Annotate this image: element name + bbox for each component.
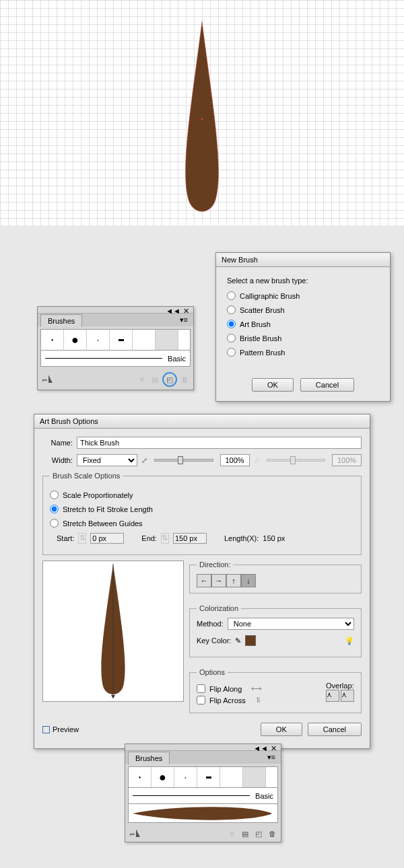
radio-scatter[interactable]: Scatter Brush (227, 305, 379, 314)
brushes-panel-result: ◄◄✕ Brushes▾≡ ● ● ● Basic ⫭◣ ✕ ▤ ◰ 🗑 (125, 744, 281, 842)
width-select[interactable]: Fixed (77, 454, 137, 466)
radio-stretch-fit[interactable]: Stretch to Fit Stroke Length (50, 505, 354, 513)
radio-art[interactable]: Art Brush (227, 320, 379, 328)
flip-icon: ⤢ (141, 456, 147, 465)
ok-button[interactable]: OK (261, 723, 302, 736)
prompt-text: Select a new brush type: (227, 277, 379, 285)
panel-controls: ◄◄✕ (38, 307, 193, 314)
name-input[interactable] (77, 437, 362, 449)
name-label: Name: (42, 439, 73, 447)
close-icon[interactable]: ✕ (183, 307, 189, 315)
dir-down[interactable]: ↓ (241, 574, 256, 587)
remove-stroke-icon[interactable]: ✕ (226, 828, 238, 839)
brush-swatches[interactable]: ● ● ● (128, 766, 278, 788)
close-icon[interactable]: ✕ (271, 744, 277, 752)
eyedropper-icon[interactable]: ✎ (235, 637, 241, 645)
pct-2 (332, 454, 362, 466)
library-icon[interactable]: ⫭◣ (40, 374, 53, 385)
direction-group: Direction: ← → ↑ ↓ (189, 560, 362, 593)
menu-icon[interactable]: ▾≡ (263, 751, 279, 764)
pct-1[interactable] (220, 454, 250, 466)
new-brush-icon[interactable]: ◰ (252, 828, 265, 839)
new-brush-icon[interactable]: ◰ (162, 372, 177, 387)
end-input (173, 533, 207, 544)
ok-button[interactable]: OK (252, 378, 294, 392)
menu-icon[interactable]: ▾≡ (176, 314, 192, 326)
dir-left[interactable]: ← (197, 574, 211, 587)
flip-across[interactable]: Flip Across⥮ (197, 696, 326, 704)
start-input (90, 533, 124, 544)
overlap-2[interactable]: ⋏ (341, 690, 354, 702)
width-label: Width: (42, 456, 73, 464)
width-slider-1[interactable] (154, 459, 213, 462)
radio-stretch-guides[interactable]: Stretch Between Guides (50, 519, 354, 528)
leaf-shape[interactable] (178, 22, 226, 217)
colorization-group: Colorization Method: None Key Color: ✎ 💡 (189, 604, 362, 657)
brush-preview (42, 560, 184, 702)
canvas-grid[interactable] (0, 0, 404, 225)
brushes-tab[interactable]: Brushes (40, 314, 82, 327)
basic-brush-row[interactable]: Basic (40, 351, 191, 367)
basic-brush-row[interactable]: Basic (128, 788, 278, 804)
art-brush-dialog: Art Brush Options Name: Width: Fixed ⤢ ⤢… (34, 414, 370, 749)
collapse-icon[interactable]: ◄◄ (253, 744, 268, 752)
cancel-button[interactable]: Cancel (308, 723, 362, 736)
flip-along[interactable]: Flip Along⟷ (197, 684, 326, 693)
radio-pattern[interactable]: Pattern Brush (227, 348, 379, 357)
dir-right[interactable]: → (211, 574, 226, 587)
dialog-title: New Brush (216, 253, 390, 267)
svg-point-0 (201, 118, 203, 120)
trash-icon[interactable]: 🗑 (266, 828, 278, 839)
radio-calligraphic[interactable]: Calligraphic Brush (227, 291, 379, 300)
thick-brush-row[interactable] (128, 804, 278, 823)
tip-icon[interactable]: 💡 (345, 637, 354, 645)
collapse-icon[interactable]: ◄◄ (166, 307, 180, 315)
dir-up[interactable]: ↑ (226, 574, 241, 587)
radio-proportional[interactable]: Scale Proportionately (50, 491, 354, 499)
panel-controls: ◄◄✕ (125, 744, 281, 751)
brushes-tab[interactable]: Brushes (128, 752, 170, 764)
library-icon[interactable]: ⫭◣ (128, 828, 140, 839)
radio-bristle[interactable]: Bristle Brush (227, 334, 379, 342)
options-group: Options Flip Along⟷ Flip Across⥮ Overlap… (189, 668, 362, 713)
options-icon[interactable]: ▤ (239, 828, 251, 839)
flip-icon: ⤢ (254, 456, 260, 465)
preview-checkbox[interactable]: Preview (42, 725, 79, 733)
new-brush-dialog: New Brush Select a new brush type: Calli… (215, 252, 391, 402)
key-color-swatch[interactable] (245, 635, 256, 646)
trash-icon[interactable]: 🗑 (178, 374, 191, 385)
width-slider-2 (267, 459, 326, 462)
options-icon[interactable]: ▤ (149, 374, 161, 385)
remove-stroke-icon[interactable]: ✕ (135, 374, 147, 385)
method-select[interactable]: None (228, 618, 354, 630)
dialog-title: Art Brush Options (34, 414, 370, 429)
overlap-1[interactable]: ⋏ (326, 690, 339, 702)
cancel-button[interactable]: Cancel (300, 378, 354, 392)
scale-options: Brush Scale Options Scale Proportionatel… (42, 472, 362, 555)
brushes-panel: ◄◄✕ Brushes▾≡ ● ● ● Basic ⫭◣ ✕ ▤ ◰ 🗑 (37, 306, 194, 390)
brush-swatches[interactable]: ● ● ● (40, 329, 191, 351)
